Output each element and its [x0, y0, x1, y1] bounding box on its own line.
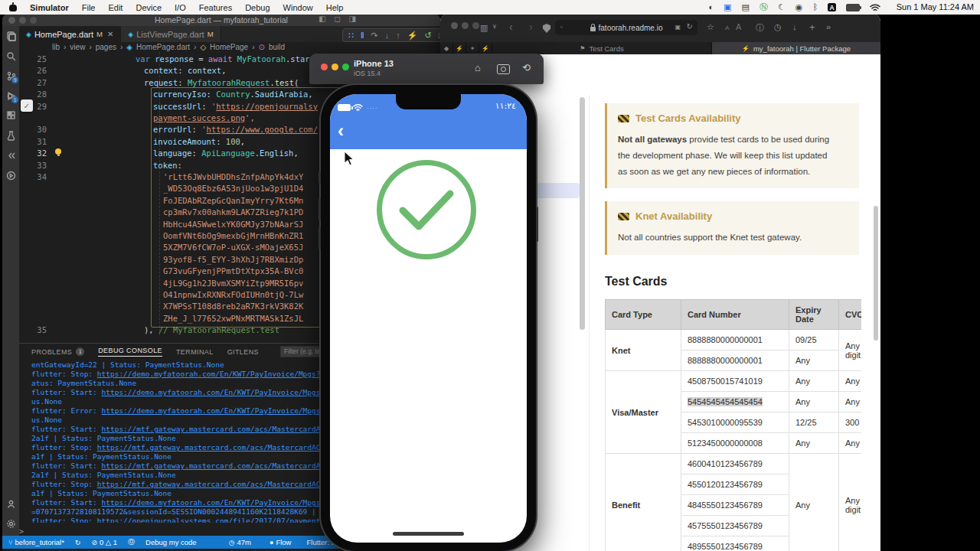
menu-item-edit[interactable]: Edit	[108, 3, 122, 12]
bluetooth-icon[interactable]: ᛒ	[812, 0, 818, 15]
panel-tab-problems[interactable]: PROBLEMS1	[31, 347, 84, 356]
moon-icon[interactable]: ☾	[778, 0, 786, 15]
apple-icon[interactable]	[9, 3, 17, 11]
breadcrumb-segment[interactable]: ›	[252, 43, 254, 51]
app-blue-icon[interactable]: ▣	[724, 0, 731, 15]
chevron-down-icon[interactable]: ∨	[492, 23, 497, 30]
menu-item-window[interactable]: Window	[283, 3, 313, 12]
menu-item-help[interactable]: Help	[326, 3, 344, 12]
menu-item-simulator[interactable]: Simulator	[30, 3, 69, 12]
breadcrumb-segment[interactable]: ›	[64, 43, 66, 51]
settings-gear-icon[interactable]	[2, 514, 19, 533]
wifi-icon[interactable]	[870, 3, 880, 11]
breadcrumb-segment[interactable]: pages	[96, 43, 116, 51]
panel-tab-debug-console[interactable]: DEBUG CONSOLE	[98, 347, 162, 357]
search-icon[interactable]	[2, 46, 19, 66]
restart-icon[interactable]: ↺	[425, 30, 432, 41]
layout-toggle-icons[interactable]: ◧ ◻ ◨	[318, 15, 359, 23]
menu-item-io[interactable]: I/O	[175, 3, 186, 12]
statusbar-timer[interactable]: ◷47m	[229, 538, 251, 546]
grid-app-icon[interactable]: ▤	[742, 0, 750, 15]
extensions-icon[interactable]	[2, 106, 19, 126]
panel-tab-gitlens[interactable]: GITLENS	[227, 348, 259, 356]
minimize-window-button[interactable]	[462, 22, 469, 29]
tab-homepage-dart[interactable]: ◈ HomePage.dart M ✕	[19, 26, 121, 42]
address-bar[interactable]: ▫ fatoorah.readme.io ▣ ↻	[555, 20, 697, 35]
forward-icon[interactable]: ›	[529, 21, 533, 33]
minimize-window-button[interactable]	[332, 64, 338, 70]
console-link[interactable]: https://demo.myfatoorah.com/En/KWT/PayIn…	[102, 388, 343, 396]
breadcrumb-segment[interactable]: lib	[52, 43, 60, 51]
breadcrumb-segment[interactable]: HomePage.dart	[136, 43, 190, 51]
account-icon[interactable]	[2, 494, 19, 514]
translate-icon[interactable]: ▣	[675, 24, 681, 31]
console-link[interactable]: https://mtf.gateway.mastercard.com/acs/M…	[97, 480, 338, 488]
drag-dots-icon[interactable]: ∷	[348, 30, 354, 41]
statusbar-problems[interactable]: ⊘0 △ 1	[91, 538, 117, 546]
console-link[interactable]: https://mtf.gateway.mastercard.com/acs/M…	[97, 443, 338, 452]
breadcrumb-segment[interactable]: ›	[120, 43, 122, 51]
battery-icon[interactable]	[846, 4, 860, 11]
zoom-window-button[interactable]	[472, 22, 479, 29]
console-prompt[interactable]: >	[19, 527, 24, 536]
panel-tab-terminal[interactable]: TERMINAL	[176, 348, 214, 356]
breadcrumb-segment[interactable]: HomePage	[210, 43, 248, 51]
step-out-icon[interactable]: ↑	[396, 30, 400, 41]
close-window-button[interactable]	[321, 64, 328, 70]
rotate-icon[interactable]: ⟲	[522, 62, 531, 73]
input-source-icon[interactable]: A	[828, 3, 836, 11]
menu-item-file[interactable]: File	[82, 3, 96, 12]
console-link[interactable]: https://openjournalsystems.com/file/2017…	[97, 517, 342, 523]
menu-item-device[interactable]: Device	[136, 3, 162, 12]
statusbar-feedback[interactable]: ⓞ	[128, 537, 135, 547]
info-icon[interactable]: ⓘ	[756, 22, 764, 34]
step-over-icon[interactable]: ↷	[371, 30, 378, 41]
test-flask-icon[interactable]	[2, 126, 19, 145]
console-link[interactable]: https://mtf.gateway.mastercard.com/acs/M…	[102, 425, 343, 433]
history-clock-icon[interactable]: ◷	[774, 22, 782, 32]
tab-my-fatoorah[interactable]: ⚡ my_fatoorah | Flutter Package	[712, 42, 880, 54]
menu-item-features[interactable]: Features	[199, 3, 232, 12]
new-tab-icon[interactable]: +	[809, 21, 815, 33]
bookmark-star-icon[interactable]: ☆	[707, 22, 714, 32]
close-tab-icon[interactable]: ✕	[107, 30, 113, 38]
step-into-icon[interactable]: ↓	[385, 30, 390, 41]
statusbar-git-branch[interactable]: ⑂before_tutorial*	[8, 538, 64, 546]
explorer-icon[interactable]	[2, 26, 19, 46]
tab-listviewpage-dart[interactable]: ◈ ListViewPage.dart M	[121, 26, 220, 42]
breadcrumb-segment[interactable]: build	[269, 43, 285, 51]
screenshot-icon[interactable]	[497, 64, 510, 74]
console-link[interactable]: https://demo.myfatoorah.com/En/KWT/PayIn…	[97, 370, 342, 378]
close-window-button[interactable]	[451, 22, 458, 29]
pinned-tab-1[interactable]: ◆	[440, 42, 453, 54]
more-icon[interactable]: »	[826, 22, 831, 31]
console-link[interactable]: https://demo.myfatoorah.com/En/KWT/PayIn…	[102, 406, 343, 415]
notion-icon[interactable]: Ⓝ	[760, 0, 768, 15]
home-icon[interactable]: ⌂	[475, 62, 481, 73]
page-scrollbar[interactable]	[874, 206, 878, 341]
debug-console-output[interactable]: entGatewayId=22 | Status: PaymentStatus.…	[31, 360, 353, 523]
vscode-titlebar[interactable]: HomePage.dart — myfatorah_tutorial ◧ ◻ ◨	[2, 14, 440, 26]
reload-icon[interactable]: ↻	[687, 22, 693, 31]
breadcrumb-segment[interactable]: ⊙	[258, 43, 264, 51]
sidebar-toggle-icon[interactable]: ▥	[480, 23, 488, 33]
breadcrumb[interactable]: lib›view›pages›◈HomePage.dart›◇HomePage›…	[52, 42, 285, 52]
menu-item-debug[interactable]: Debug	[245, 3, 270, 12]
tab-test-cards[interactable]: ⚑ Test Cards	[492, 42, 712, 54]
run-circle-icon[interactable]	[2, 165, 19, 185]
downloads-icon[interactable]: ↓	[792, 22, 797, 31]
record-icon[interactable]: ◉	[795, 0, 803, 15]
breadcrumb-segment[interactable]: ◇	[200, 43, 206, 51]
debug-icon[interactable]: 1	[2, 86, 19, 106]
pause-icon[interactable]: ‖	[361, 30, 364, 41]
breadcrumb-segment[interactable]: ◈	[126, 43, 132, 51]
breadcrumb-segment[interactable]: view	[70, 43, 85, 51]
home-indicator[interactable]	[393, 532, 464, 536]
font-smaller-icon[interactable]: A	[725, 24, 729, 31]
pinned-tab-4[interactable]: ⚡	[479, 42, 492, 54]
statusbar-flow[interactable]: ●Flow	[270, 538, 292, 546]
collapse-icon[interactable]	[2, 145, 19, 165]
time-machine-icon[interactable]: ◐	[708, 0, 714, 15]
statusbar-debug-task[interactable]: Debug my code	[145, 538, 197, 546]
menu-clock[interactable]: Sun 1 May 11:24 AM	[897, 0, 974, 15]
